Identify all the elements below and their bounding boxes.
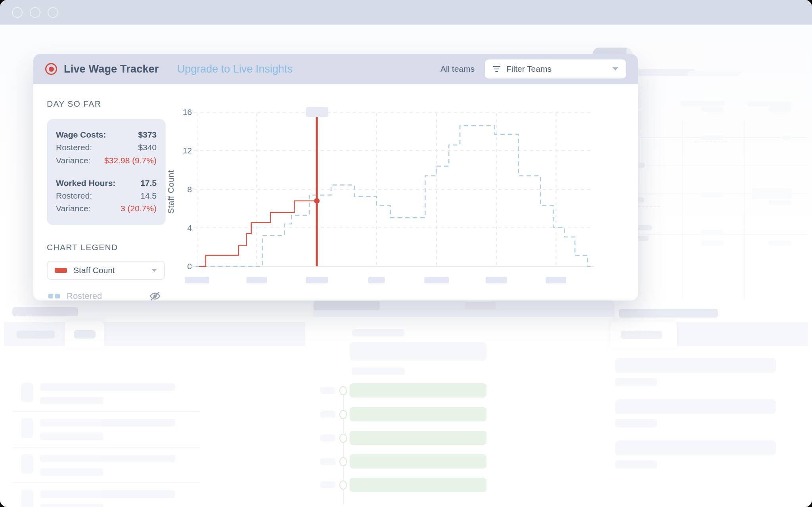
window-control-icon xyxy=(30,7,40,18)
hours-rostered-value: 14.5 xyxy=(140,190,157,201)
y-tick-label: 12 xyxy=(183,146,192,155)
y-axis-label: Staff Count xyxy=(166,170,175,214)
background-list-card xyxy=(4,299,305,507)
wage-rostered-row: Rostered: $340 xyxy=(56,142,157,153)
window-control-icon xyxy=(12,7,23,18)
rostered-legend-row[interactable]: Rostered xyxy=(47,290,163,302)
wage-variance-row: Variance: $32.98 (9.7%) xyxy=(56,155,157,166)
current-value-dot xyxy=(314,198,320,204)
y-tick-label: 8 xyxy=(187,185,192,194)
teams-scope-label: All teams xyxy=(440,64,475,74)
y-tick-label: 4 xyxy=(187,223,192,232)
record-icon xyxy=(45,63,57,75)
day-stats-card: Wage Costs: $373 Rostered: $340 Variance… xyxy=(47,119,166,225)
x-tick-placeholder xyxy=(368,277,385,283)
tracker-header: Live Wage Tracker Upgrade to Live Insigh… xyxy=(33,54,638,84)
current-time-placeholder xyxy=(306,107,328,117)
background-table-card xyxy=(626,44,807,320)
legend-series-label: Staff Count xyxy=(73,266,115,275)
hours-variance-row: Variance: 3 (20.7%) xyxy=(56,203,157,214)
filter-icon xyxy=(493,66,500,72)
chevron-down-icon xyxy=(613,67,618,71)
wage-rostered-value: $340 xyxy=(138,142,157,153)
worked-hours-row: Worked Hours: 17.5 xyxy=(56,178,157,188)
x-tick-placeholder xyxy=(486,277,507,283)
staff-count-swatch xyxy=(55,268,67,273)
x-tick-placeholder xyxy=(185,277,209,283)
wage-rostered-label: Rostered: xyxy=(56,142,92,153)
x-tick-placeholder xyxy=(247,277,267,283)
background-summary-card xyxy=(619,299,808,507)
hours-rostered-label: Rostered: xyxy=(56,190,92,201)
filter-teams-button[interactable]: Filter Teams xyxy=(485,59,626,78)
app-window: Live Wage Tracker Upgrade to Live Insigh… xyxy=(0,0,812,507)
window-control-icon xyxy=(48,7,58,18)
window-titlebar xyxy=(0,0,812,25)
day-so-far-heading: DAY SO FAR xyxy=(47,99,166,109)
upgrade-link[interactable]: Upgrade to Live Insights xyxy=(177,63,293,75)
x-tick-placeholder xyxy=(424,277,449,283)
wage-costs-value: $373 xyxy=(138,129,157,140)
staff-count-chart: 0481216Staff Count xyxy=(166,84,638,302)
panel-title: Live Wage Tracker xyxy=(64,63,159,75)
chevron-down-icon xyxy=(151,269,157,272)
y-tick-label: 16 xyxy=(183,107,192,117)
hours-rostered-row: Rostered: 14.5 xyxy=(56,190,157,201)
wage-costs-row: Wage Costs: $373 xyxy=(56,129,157,140)
chart-legend-heading: CHART LEGEND xyxy=(47,243,166,252)
live-wage-tracker-panel: Live Wage Tracker Upgrade to Live Insigh… xyxy=(33,54,638,300)
rostered-dash-icon xyxy=(48,294,53,298)
wage-variance-value: $32.98 (9.7%) xyxy=(104,155,157,166)
rostered-line xyxy=(195,126,591,266)
staff-count-line xyxy=(199,201,317,266)
day-summary-column: DAY SO FAR Wage Costs: $373 Rostered: $3… xyxy=(47,84,166,302)
wage-chart-svg: 0481216Staff Count xyxy=(166,102,622,289)
wage-variance-label: Variance: xyxy=(56,155,90,166)
rostered-dash-icon xyxy=(55,294,60,298)
x-tick-placeholder xyxy=(546,277,566,283)
filter-teams-label: Filter Teams xyxy=(506,64,552,74)
worked-hours-label: Worked Hours: xyxy=(56,178,115,188)
rostered-legend-label: Rostered xyxy=(67,291,102,301)
background-timeline-card xyxy=(313,299,615,507)
hours-variance-label: Variance: xyxy=(56,203,90,214)
wage-costs-label: Wage Costs: xyxy=(56,129,106,140)
x-tick-placeholder xyxy=(306,277,328,283)
eye-off-icon[interactable] xyxy=(149,290,161,302)
hours-variance-value: 3 (20.7%) xyxy=(121,203,157,214)
worked-hours-value: 17.5 xyxy=(140,178,157,188)
legend-series-selector[interactable]: Staff Count xyxy=(47,261,165,280)
